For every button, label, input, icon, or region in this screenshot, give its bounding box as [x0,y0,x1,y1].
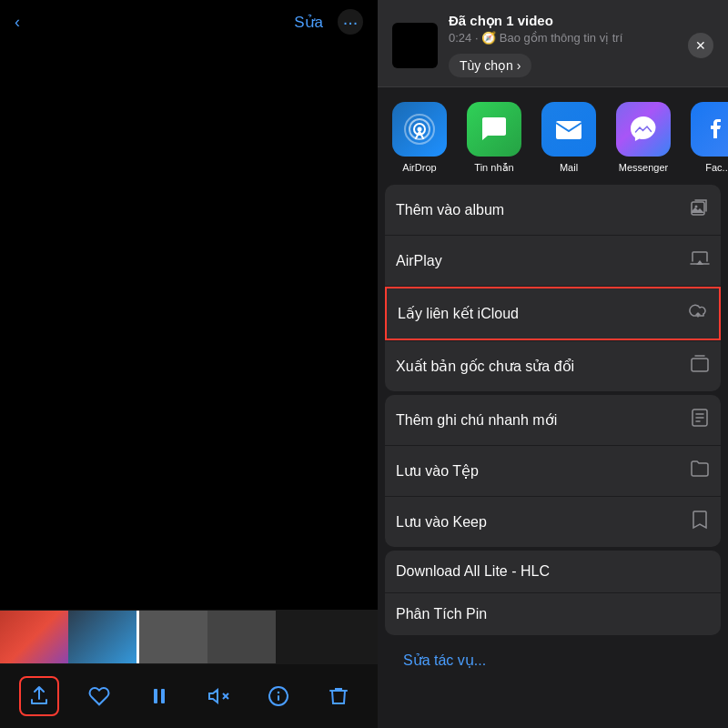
mute-icon [207,685,229,707]
album-icon [690,197,710,222]
messenger-svg [628,114,659,145]
menu-item-album[interactable]: Thêm vào album [385,185,721,235]
apps-row: AirDrop Tin nhắn Mail [378,87,728,181]
menu-item-download-all[interactable]: Download All Lite - HLC [385,551,721,592]
export-icon [690,354,710,379]
edit-actions-button[interactable]: Sửa tác vụ... [385,639,721,682]
menu-item-export-original[interactable]: Xuất bản gốc chưa sửa đổi [385,341,721,391]
share-icon [28,685,50,707]
options-button[interactable]: Tùy chọn › [449,54,531,77]
menu-item-airplay[interactable]: AirPlay [385,236,721,286]
top-bar-actions: Sửa ··· [294,9,363,35]
delete-button[interactable] [318,676,359,716]
messages-svg [479,114,510,145]
filmstrip-thumb-4 [207,611,276,663]
heart-icon [88,685,110,707]
menu-group-3: Download All Lite - HLC Phân Tích Pin [385,551,721,635]
facebook-label: Fac... [705,162,728,173]
video-thumbnail [392,23,438,68]
menu-group-1: Thêm vào album AirPlay [385,185,721,391]
svg-rect-16 [692,359,708,371]
app-facebook[interactable]: Fac... [687,102,728,174]
share-button[interactable] [19,676,59,716]
share-header-row: Đã chọn 1 video 0:24 · 🧭 Bao gồm thông t… [392,13,713,77]
share-header-info: Đã chọn 1 video 0:24 · 🧭 Bao gồm thông t… [449,13,677,77]
delete-icon [328,685,349,707]
info-icon [268,685,289,707]
close-button[interactable]: ✕ [688,33,713,58]
filmstrip-thumb-3 [139,611,207,663]
app-messages[interactable]: Tin nhắn [463,102,525,174]
app-airdrop[interactable]: AirDrop [389,102,450,174]
share-sheet: Đã chọn 1 video 0:24 · 🧭 Bao gồm thông t… [378,0,728,728]
filmstrip-thumb-1 [0,611,68,663]
facebook-svg [703,114,728,145]
info-button[interactable] [258,676,298,716]
messages-icon [467,102,521,157]
share-subtitle: 0:24 · 🧭 Bao gồm thông tin vị trí [449,31,677,45]
mail-label: Mail [560,162,578,173]
menu-list: Thêm vào album AirPlay [378,181,728,728]
menu-group-2: Thêm ghi chú nhanh mới Lưu vào Tệp [385,395,721,547]
svg-rect-1 [161,689,165,703]
svg-rect-0 [154,689,157,703]
messages-label: Tin nhắn [474,162,513,174]
facebook-icon [691,102,728,157]
edit-button[interactable]: Sửa [294,13,323,32]
airdrop-svg [403,113,436,146]
airplay-icon [690,248,710,273]
bottom-toolbar [0,664,378,728]
filmstrip [0,610,378,664]
pause-icon [148,685,170,707]
pause-button[interactable] [139,676,179,716]
menu-item-save-keep[interactable]: Lưu vào Keep [385,497,721,547]
top-bar: ‹ Sửa ··· [0,0,378,44]
left-panel: ‹ Sửa ··· [0,0,378,728]
messenger-icon [616,102,671,157]
folder-icon [690,459,710,483]
more-button[interactable]: ··· [338,9,363,35]
messenger-label: Messenger [619,162,668,173]
mail-icon [541,102,596,157]
share-header: Đã chọn 1 video 0:24 · 🧭 Bao gồm thông t… [378,0,728,87]
back-button[interactable]: ‹ [15,13,20,32]
menu-item-icloud-link[interactable]: Lấy liên kết iCloud [385,287,721,340]
filmstrip-thumb-2 [68,611,136,663]
airdrop-label: AirDrop [402,162,436,173]
mail-svg [552,113,585,146]
share-title: Đã chọn 1 video [449,13,677,29]
menu-item-quick-note[interactable]: Thêm ghi chú nhanh mới [385,395,721,445]
cloud-icon [688,301,708,326]
app-mail[interactable]: Mail [538,102,600,174]
note-icon [690,408,710,432]
menu-item-save-files[interactable]: Lưu vào Tệp [385,446,721,496]
airdrop-icon [392,102,447,157]
menu-item-battery[interactable]: Phân Tích Pin [385,593,721,635]
heart-button[interactable] [79,676,119,716]
app-messenger[interactable]: Messenger [612,102,674,174]
video-area [0,0,378,610]
bookmark-icon [690,510,710,534]
mute-button[interactable] [198,676,238,716]
